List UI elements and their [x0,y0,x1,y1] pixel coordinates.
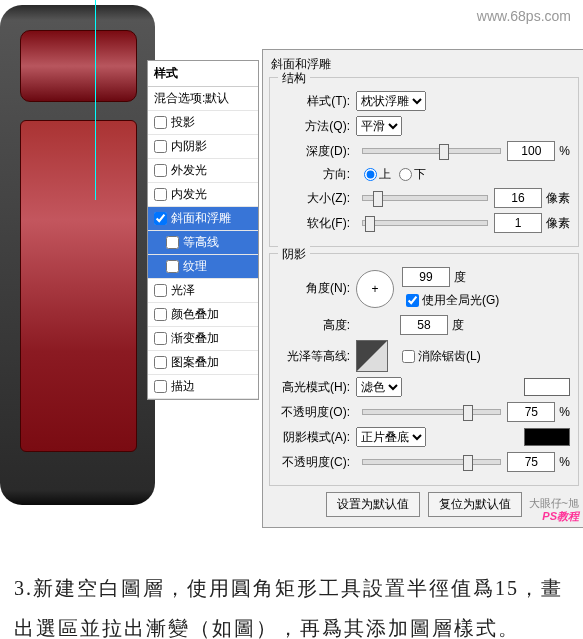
style-label: 内阴影 [171,138,207,155]
style-row-内阴影[interactable]: 内阴影 [148,135,258,159]
angle-dial[interactable]: + [356,270,394,308]
direction-down-radio[interactable] [399,168,412,181]
bevel-emboss-options: 斜面和浮雕 结构 样式(T): 枕状浮雕 方法(Q): 平滑 深度(D): % … [262,49,583,528]
style-checkbox[interactable] [154,212,167,225]
style-row-内发光[interactable]: 内发光 [148,183,258,207]
structure-group: 结构 样式(T): 枕状浮雕 方法(Q): 平滑 深度(D): % 方向: 上 … [269,77,579,247]
highlight-opacity-input[interactable] [507,402,555,422]
style-label: 外发光 [171,162,207,179]
direction-up-label: 上 [379,166,391,183]
highlight-opacity-slider[interactable] [362,409,501,415]
highlight-color-swatch[interactable] [524,378,570,396]
style-label: 光泽 [171,282,195,299]
direction-label: 方向: [278,166,350,183]
reset-default-button[interactable]: 复位为默认值 [428,492,522,517]
size-label: 大小(Z): [278,190,350,207]
shadow-color-swatch[interactable] [524,428,570,446]
style-row-描边[interactable]: 描边 [148,375,258,399]
style-row-纹理[interactable]: 纹理 [148,255,258,279]
style-checkbox[interactable] [154,116,167,129]
style-row-斜面和浮雕[interactable]: 斜面和浮雕 [148,207,258,231]
altitude-input[interactable] [400,315,448,335]
author-watermark: 大眼仔~旭PS教程 [529,497,579,523]
depth-unit: % [559,144,570,158]
style-checkbox[interactable] [154,188,167,201]
style-row-等高线[interactable]: 等高线 [148,231,258,255]
antialias-label: 消除锯齿(L) [418,348,481,365]
highlight-mode-select[interactable]: 滤色 [356,377,402,397]
shadow-mode-select[interactable]: 正片叠底 [356,427,426,447]
depth-slider[interactable] [362,148,501,154]
angle-input[interactable] [402,267,450,287]
direction-down-label: 下 [414,166,426,183]
style-row-光泽[interactable]: 光泽 [148,279,258,303]
style-row-投影[interactable]: 投影 [148,111,258,135]
blend-options-row[interactable]: 混合选项:默认 [148,87,258,111]
device-screen [20,30,137,102]
size-input[interactable] [494,188,542,208]
style-checkbox[interactable] [166,260,179,273]
shadow-opacity-slider[interactable] [362,459,501,465]
device-body [20,120,137,452]
style-checkbox[interactable] [154,332,167,345]
device-mockup [0,5,155,505]
guide-line [95,0,96,200]
style-checkbox[interactable] [154,308,167,321]
style-label: 描边 [171,378,195,395]
style-row-图案叠加[interactable]: 图案叠加 [148,351,258,375]
style-label: 图案叠加 [171,354,219,371]
depth-input[interactable] [507,141,555,161]
size-unit: 像素 [546,190,570,207]
style-row-外发光[interactable]: 外发光 [148,159,258,183]
watermark: www.68ps.com [477,8,571,24]
styles-panel: 样式 混合选项:默认 投影内阴影外发光内发光斜面和浮雕等高线纹理光泽颜色叠加渐变… [147,60,259,400]
style-label: 斜面和浮雕 [171,210,231,227]
style-checkbox[interactable] [154,164,167,177]
tutorial-caption: 3.新建空白圖層，使用圓角矩形工具設置半徑值爲15，畫出選區並拉出漸變（如圖），… [0,550,583,639]
style-label: 投影 [171,114,195,131]
style-checkbox[interactable] [154,356,167,369]
global-light-checkbox[interactable] [406,294,419,307]
style-label: 样式(T): [278,93,350,110]
style-label: 颜色叠加 [171,306,219,323]
direction-up-radio[interactable] [364,168,377,181]
soften-label: 软化(F): [278,215,350,232]
style-row-颜色叠加[interactable]: 颜色叠加 [148,303,258,327]
altitude-label: 高度: [278,317,350,334]
angle-unit: 度 [454,269,466,286]
technique-label: 方法(Q): [278,118,350,135]
shading-title: 阴影 [278,246,310,263]
shadow-opacity-input[interactable] [507,452,555,472]
style-row-渐变叠加[interactable]: 渐变叠加 [148,327,258,351]
style-select[interactable]: 枕状浮雕 [356,91,426,111]
technique-select[interactable]: 平滑 [356,116,402,136]
soften-slider[interactable] [362,220,488,226]
shadow-opacity-unit: % [559,455,570,469]
antialias-checkbox[interactable] [402,350,415,363]
style-checkbox[interactable] [154,284,167,297]
global-light-label: 使用全局光(G) [422,292,499,309]
styles-header: 样式 [148,61,258,87]
style-checkbox[interactable] [154,140,167,153]
shading-group: 阴影 角度(N): + 度 使用全局光(G) 高度: [269,253,579,486]
style-label: 纹理 [183,258,207,275]
crosshair-icon: + [371,282,378,296]
highlight-opacity-label: 不透明度(O): [278,404,350,421]
gloss-contour-label: 光泽等高线: [278,348,350,365]
size-slider[interactable] [362,195,488,201]
soften-unit: 像素 [546,215,570,232]
highlight-mode-label: 高光模式(H): [278,379,350,396]
angle-label: 角度(N): [278,280,350,297]
gloss-contour-swatch[interactable] [356,340,388,372]
structure-title: 结构 [278,70,310,87]
depth-label: 深度(D): [278,143,350,160]
shadow-mode-label: 阴影模式(A): [278,429,350,446]
style-label: 内发光 [171,186,207,203]
altitude-unit: 度 [452,317,464,334]
style-checkbox[interactable] [154,380,167,393]
make-default-button[interactable]: 设置为默认值 [326,492,420,517]
soften-input[interactable] [494,213,542,233]
shadow-opacity-label: 不透明度(C): [278,454,350,471]
style-checkbox[interactable] [166,236,179,249]
style-label: 等高线 [183,234,219,251]
